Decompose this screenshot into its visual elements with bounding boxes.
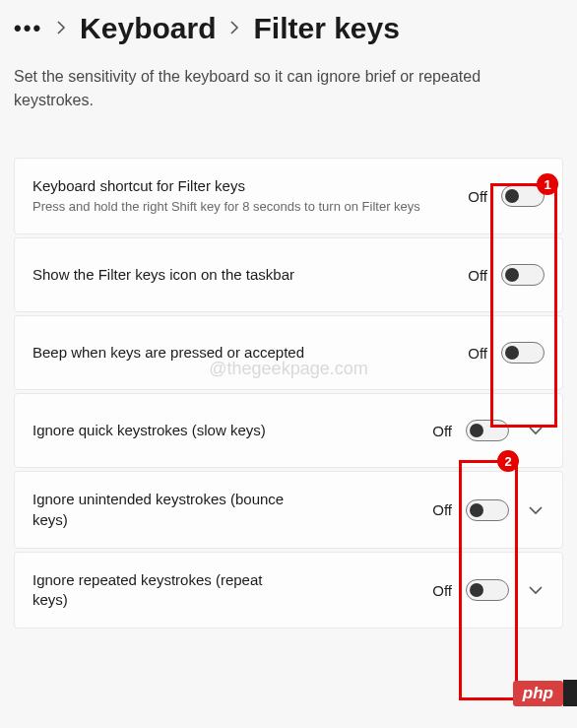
chevron-down-icon bbox=[529, 505, 543, 515]
setting-title: Ignore repeated keystrokes (repeat keys) bbox=[32, 570, 288, 611]
toggle-switch[interactable] bbox=[466, 420, 509, 441]
expand-button[interactable] bbox=[527, 426, 545, 435]
setting-text: Ignore quick keystrokes (slow keys) bbox=[32, 421, 420, 440]
toggle-state-label: Off bbox=[432, 582, 452, 599]
page-description: Set the sensitivity of the keyboard so i… bbox=[14, 65, 563, 112]
toggle-switch[interactable] bbox=[501, 342, 545, 364]
chevron-down-icon bbox=[529, 426, 543, 435]
setting-beep[interactable]: Beep when keys are pressed or accepted O… bbox=[14, 315, 563, 390]
toggle-state-label: Off bbox=[432, 423, 452, 439]
setting-text: Show the Filter keys icon on the taskbar bbox=[32, 265, 456, 285]
breadcrumb-current: Filter keys bbox=[253, 12, 399, 45]
settings-list: Keyboard shortcut for Filter keys Press … bbox=[14, 158, 563, 629]
expand-button[interactable] bbox=[527, 505, 545, 515]
breadcrumb: ••• Keyboard Filter keys bbox=[14, 12, 563, 45]
setting-title: Ignore quick keystrokes (slow keys) bbox=[32, 421, 288, 440]
setting-bounce-keys[interactable]: Ignore unintended keystrokes (bounce key… bbox=[14, 471, 563, 549]
setting-title: Keyboard shortcut for Filter keys bbox=[32, 176, 456, 196]
toggle-state-label: Off bbox=[468, 188, 487, 205]
setting-title: Beep when keys are pressed or accepted bbox=[32, 343, 308, 363]
toggle-state-label: Off bbox=[468, 345, 487, 362]
setting-text: Keyboard shortcut for Filter keys Press … bbox=[32, 176, 456, 216]
php-badge: php bbox=[513, 681, 563, 706]
toggle-switch[interactable] bbox=[466, 579, 509, 601]
setting-text: Beep when keys are pressed or accepted bbox=[32, 343, 456, 363]
setting-keyboard-shortcut[interactable]: Keyboard shortcut for Filter keys Press … bbox=[14, 158, 563, 234]
setting-text: Ignore repeated keystrokes (repeat keys) bbox=[32, 570, 420, 611]
php-badge-side bbox=[563, 680, 577, 706]
setting-slow-keys[interactable]: Ignore quick keystrokes (slow keys) Off bbox=[14, 393, 563, 468]
setting-repeat-keys[interactable]: Ignore repeated keystrokes (repeat keys)… bbox=[14, 552, 563, 629]
chevron-right-icon bbox=[56, 19, 66, 39]
chevron-right-icon bbox=[229, 19, 239, 39]
setting-taskbar-icon[interactable]: Show the Filter keys icon on the taskbar… bbox=[14, 237, 563, 312]
chevron-down-icon bbox=[529, 585, 543, 595]
toggle-state-label: Off bbox=[468, 267, 487, 284]
toggle-switch[interactable] bbox=[501, 185, 545, 207]
toggle-switch[interactable] bbox=[466, 499, 509, 521]
expand-button[interactable] bbox=[527, 585, 545, 595]
setting-title: Ignore unintended keystrokes (bounce key… bbox=[32, 490, 288, 530]
breadcrumb-parent[interactable]: Keyboard bbox=[80, 12, 216, 45]
setting-text: Ignore unintended keystrokes (bounce key… bbox=[32, 490, 420, 530]
breadcrumb-more[interactable]: ••• bbox=[14, 16, 42, 41]
toggle-state-label: Off bbox=[432, 501, 452, 518]
toggle-switch[interactable] bbox=[501, 264, 545, 286]
setting-subtitle: Press and hold the right Shift key for 8… bbox=[32, 198, 456, 216]
setting-title: Show the Filter keys icon on the taskbar bbox=[32, 265, 308, 285]
